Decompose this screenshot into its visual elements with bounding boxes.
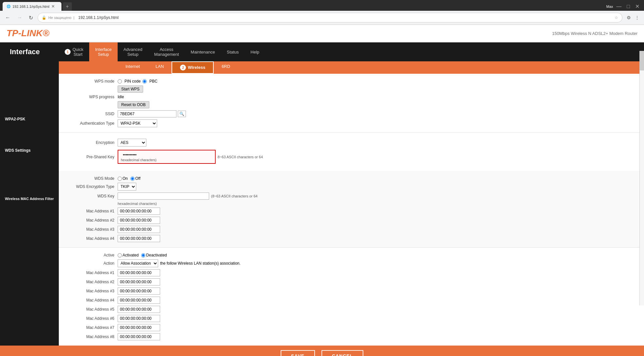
tab-close-btn[interactable]: ✕ [51,4,55,9]
mac-filter-addr-label-6: Mac Address #6 [65,316,118,321]
encryption-row: Encryption AES TKIP TKIP+AES [65,139,637,147]
subnav-internet[interactable]: Internet [118,61,148,74]
cancel-btn[interactable]: CANCEL [322,350,363,356]
subnav-wireless[interactable]: 2 Wireless [172,61,214,74]
reset-oob-btn[interactable]: Reset to OOB [118,101,149,108]
wds-enc-select[interactable]: TKIP AES [118,183,136,191]
scrollbar-thumb[interactable] [640,51,644,70]
wds-mac2-input[interactable] [118,217,160,224]
mac-filter-addr-label-2: Mac Address #2 [65,280,118,284]
reload-btn[interactable]: ↻ [27,14,35,22]
router-header: TP-LINK® 150Mbps Wireless N ADSL2+ Modem… [0,25,644,42]
extensions-icon[interactable]: ⚙ [625,14,632,21]
wds-mac1-input[interactable] [118,208,160,215]
wds-mode-label: WDS Mode [65,176,118,181]
mac-filter-addr-row-6: Mac Address #6 [65,315,637,322]
wds-key-hint: (8~63 ASCII characters or 64 [211,194,257,198]
mac-filter-activated-radio[interactable] [118,253,122,257]
auth-type-select[interactable]: WPA2-PSK WPA-PSK WPA/WPA2-PSK [118,119,157,127]
mac-filter-addr-input-1[interactable] [118,269,160,276]
nav-maintenance-label: Maintenance [191,50,215,54]
nav-status[interactable]: Status [221,42,245,61]
menu-icon[interactable]: ⋮ [634,14,641,21]
tab-title: 192.168.1.1/rpSys.html [12,5,49,8]
wds-key-input[interactable] [118,193,209,200]
nav-advanced-setup-label: AdvancedSetup [124,47,142,57]
start-wps-btn[interactable]: Start WPS [118,85,143,93]
mac-filter-addr-input-7[interactable] [118,324,160,331]
wps-section: WPS mode PIN code PBC Start WPS WPS [59,74,644,133]
auth-type-row: Authentication Type WPA2-PSK WPA-PSK WPA… [65,119,637,127]
mac-filter-addr-input-2[interactable] [118,278,160,286]
close-btn[interactable]: ✕ [635,3,639,9]
minimize-btn[interactable]: — [616,4,621,9]
nav-help[interactable]: Help [245,42,265,61]
wds-key-row: WDS Key (8~63 ASCII characters or 64 [65,193,637,200]
subnav-lan[interactable]: LAN [148,61,172,74]
mac-filter-section: Active Activated Deactivated Action Allo… [59,248,644,346]
subnav-6rd[interactable]: 6RD [214,61,238,74]
forward-btn[interactable]: → [15,14,24,21]
mac-filter-addr-label-5: Mac Address #5 [65,307,118,312]
separator: | [74,16,74,20]
wds-mac1-label: Mac Address #1 [65,209,118,213]
ssid-input[interactable] [118,110,176,117]
mac-filter-addr-label-8: Mac Address #8 [65,334,118,339]
nav-interface-setup[interactable]: InterfaceSetup [89,42,118,61]
wds-on-radio[interactable] [118,177,122,181]
mac-filter-deactivated-radio[interactable] [141,253,145,257]
wds-mac4-row: Mac Address #4 [65,235,637,242]
ssid-label: SSID [65,112,118,116]
nav-maintenance[interactable]: Maintenance [185,42,221,61]
nav-quick-start[interactable]: 1 QuickStart [59,42,89,61]
nav-access-management[interactable]: AccessManagement [148,42,185,61]
mac-filter-addr-label-4: Mac Address #4 [65,298,118,302]
browser-tab[interactable]: 🌐 192.168.1.1/rpSys.html ✕ [3,2,61,11]
star-icon[interactable]: ☆ [615,15,618,20]
encryption-select[interactable]: AES TKIP TKIP+AES [118,139,146,147]
url-input[interactable] [76,14,613,21]
content-wrapper: WPA2-PSK WDS Settings Wireless MAC Addre… [0,74,644,346]
psk-hint: hexadecimal characters) [121,158,212,162]
psk-input[interactable] [121,152,212,158]
mac-filter-action-label: Action [65,261,118,266]
mac-filter-addresses: Mac Address #1 Mac Address #2 Mac Addres… [65,269,637,340]
scrollbar-track [639,51,644,305]
address-bar[interactable]: 🔓 Не защищено | ☆ [38,13,622,23]
browser-window: 🌐 192.168.1.1/rpSys.html ✕ + Max — □ ✕ ←… [0,0,644,356]
wds-mac4-input[interactable] [118,235,160,242]
wds-mac3-input[interactable] [118,226,160,233]
encryption-label: Encryption [65,140,118,145]
mac-filter-addr-input-3[interactable] [118,287,160,295]
psk-label: Pre-Shared Key [65,155,118,159]
bottom-bar: SAVE CANCEL [0,346,644,356]
wds-mac1-row: Mac Address #1 [65,208,637,215]
nav-interface-setup-label: InterfaceSetup [95,47,112,57]
nav-advanced-setup[interactable]: AdvancedSetup [118,42,148,61]
psk-input-wrapper: hexadecimal characters) [118,150,216,164]
back-btn[interactable]: ← [3,14,12,21]
mac-filter-addr-input-4[interactable] [118,297,160,304]
mac-filter-addr-input-8[interactable] [118,333,160,340]
mac-filter-addr-row-5: Mac Address #5 [65,306,637,313]
wds-off-radio[interactable] [130,177,135,181]
nav-side-label: Interface [0,42,59,61]
wps-pin-radio[interactable] [118,79,122,84]
tab-bar: 🌐 192.168.1.1/rpSys.html ✕ + Max — □ ✕ [0,0,644,11]
wds-off-label: Off [135,176,140,181]
wps-mode-controls: PIN code PBC [118,79,157,84]
wds-key-hint-row: hexadecimal characters) [65,202,637,206]
tp-link-logo: TP-LINK® [7,28,49,39]
mac-filter-addr-label-3: Mac Address #3 [65,289,118,293]
wds-mac2-row: Mac Address #2 [65,217,637,224]
deactivated-label: Deactivated [146,253,167,257]
save-btn[interactable]: SAVE [281,350,315,356]
new-tab-btn[interactable]: + [63,2,72,11]
wps-pbc-radio[interactable] [142,79,147,84]
ssid-search-btn[interactable]: 🔍 [178,111,186,117]
mac-filter-action-select[interactable]: Allow Association Deny Association [118,259,158,267]
nav-access-management-label: AccessManagement [154,47,179,57]
mac-filter-addr-input-6[interactable] [118,315,160,322]
maximize-btn[interactable]: □ [627,4,630,9]
mac-filter-addr-input-5[interactable] [118,306,160,313]
